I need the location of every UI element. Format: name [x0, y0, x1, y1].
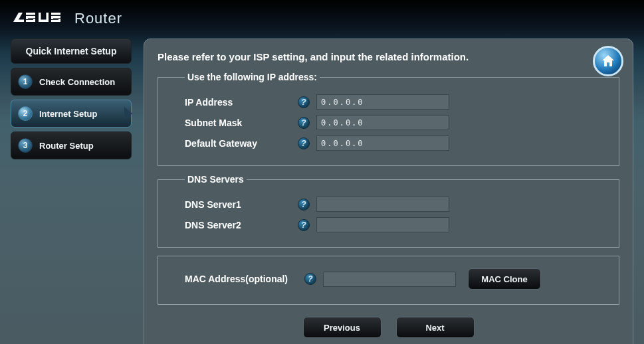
sidebar: Quick Internet Setup 1 Check Connection …: [11, 39, 132, 344]
mac-address-input[interactable]: [323, 272, 456, 287]
dns-servers-group: DNS Servers DNS Server1 ? DNS Server2 ?: [158, 174, 619, 248]
mac-address-group: MAC Address(optional) ? MAC Clone: [158, 256, 619, 305]
home-icon: [600, 53, 616, 69]
svg-rect-3: [51, 13, 60, 15]
mac-clone-button[interactable]: MAC Clone: [468, 268, 541, 290]
help-icon[interactable]: ?: [298, 117, 310, 129]
sidebar-step-internet-setup[interactable]: 2 Internet Setup: [11, 100, 132, 128]
step-number-badge: 1: [18, 74, 33, 89]
default-gateway-label: Default Gateway: [185, 138, 298, 149]
wizard-buttons: Previous Next: [158, 317, 619, 338]
sidebar-step-check-connection[interactable]: 1 Check Connection: [11, 68, 132, 96]
subnet-mask-label: Subnet Mask: [185, 118, 298, 128]
help-icon[interactable]: ?: [298, 96, 310, 108]
subnet-mask-input[interactable]: [316, 115, 449, 130]
ip-address-input[interactable]: [316, 94, 449, 110]
asus-logo: [12, 10, 65, 25]
page-title: Router: [74, 10, 122, 27]
ip-address-group: Use the following IP address: IP Address…: [158, 72, 619, 166]
help-icon[interactable]: ?: [304, 273, 316, 285]
content-panel: Please refer to your ISP setting, and in…: [144, 39, 633, 344]
sidebar-step-router-setup[interactable]: 3 Router Setup: [11, 131, 132, 159]
mac-address-label: MAC Address(optional): [185, 274, 304, 284]
default-gateway-input[interactable]: [316, 135, 449, 151]
dns2-input[interactable]: [316, 217, 449, 232]
help-icon[interactable]: ?: [298, 219, 310, 231]
ip-group-legend: Use the following IP address:: [185, 72, 320, 82]
help-icon[interactable]: ?: [298, 137, 310, 149]
dns1-label: DNS Server1: [185, 199, 298, 210]
svg-rect-2: [26, 13, 35, 15]
step-number-badge: 3: [18, 138, 33, 153]
dns1-input[interactable]: [316, 197, 449, 212]
topbar: Router: [0, 0, 644, 29]
svg-rect-1: [17, 20, 24, 23]
home-button[interactable]: [593, 46, 623, 76]
sidebar-title: Quick Internet Setup: [11, 39, 132, 64]
next-button[interactable]: Next: [396, 317, 475, 338]
step-label: Internet Setup: [39, 109, 97, 119]
ip-address-label: IP Address: [185, 97, 298, 108]
previous-button[interactable]: Previous: [303, 317, 381, 338]
help-icon[interactable]: ?: [298, 199, 310, 211]
dns2-label: DNS Server2: [185, 220, 298, 230]
dns-group-legend: DNS Servers: [185, 174, 247, 185]
step-label: Check Connection: [39, 77, 115, 87]
instruction-text: Please refer to your ISP setting, and in…: [158, 51, 556, 62]
step-label: Router Setup: [39, 141, 94, 151]
step-number-badge: 2: [18, 106, 33, 121]
